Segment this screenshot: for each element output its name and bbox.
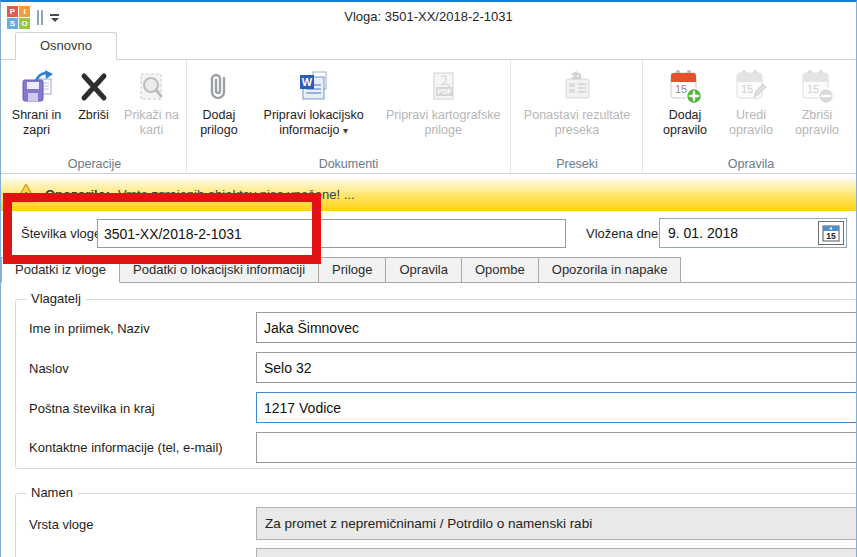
paperclip-icon	[203, 69, 235, 105]
reset-results-icon	[560, 69, 594, 105]
tab-opravila[interactable]: Opravila	[385, 257, 461, 283]
calendar-day: 15	[741, 83, 753, 95]
delete-button[interactable]: Zbriši	[69, 67, 119, 123]
group-label: Operacije	[3, 157, 186, 171]
delete-task-button: 15 Zbriši opravilo	[785, 67, 849, 138]
ribbon-group-opravila: 15 Dodaj opravilo 15	[644, 60, 857, 173]
button-label: Ponastavi rezultate preseka	[514, 108, 640, 138]
filed-date-label: Vložena dne	[586, 226, 658, 241]
show-on-map-button: Prikaži na karti	[121, 67, 183, 138]
annotation-rectangle	[3, 193, 321, 264]
group-label: Preseki	[512, 157, 642, 171]
ribbon-tab-osnovno[interactable]: Osnovno	[15, 32, 117, 60]
pdf-icon: PDF	[427, 69, 459, 105]
button-label: Dodaj prilogo	[187, 108, 251, 138]
postal-code-label: Poštna številka in kraj	[29, 401, 155, 416]
ribbon-group-operacije: Shrani in zapri Zbriši	[3, 60, 187, 173]
application-type-label: Vrsta vloge	[29, 517, 94, 532]
button-label: Shrani in zapri	[7, 108, 67, 138]
contact-info-input[interactable]	[256, 432, 857, 463]
purpose-legend: Namen	[26, 485, 78, 500]
button-label: Pripravi lokacijsko informacijo	[264, 108, 364, 137]
add-task-button[interactable]: 15 Dodaj opravilo	[653, 67, 717, 138]
word-document-icon: W	[297, 69, 331, 105]
postal-code-input[interactable]	[256, 392, 857, 423]
window-title: Vloga: 3501-XX/2018-2-1031	[1, 9, 856, 24]
second-readonly-field[interactable]	[256, 548, 857, 557]
button-label: Zbriši	[78, 108, 109, 123]
address-label: Naslov	[29, 361, 69, 376]
tab-priloge[interactable]: Priloge	[318, 257, 386, 283]
application-type-value[interactable]: Za promet z nepremičninami / Potrdilo o …	[256, 507, 857, 540]
calendar-add-icon: 15	[667, 69, 703, 105]
address-input[interactable]	[256, 352, 857, 383]
magnifier-map-icon	[136, 69, 168, 105]
button-label: Pripravi kartografske priloge	[376, 108, 510, 138]
name-label: Ime in priimek, Naziv	[29, 321, 150, 336]
word-letter: W	[301, 76, 312, 88]
filed-date-field: 15	[659, 218, 847, 248]
button-label: Uredi opravilo	[719, 108, 783, 138]
ribbon-group-preseki: Ponastavi rezultate preseka Preseki	[512, 60, 643, 173]
ribbon-group-dokumenti: Dodaj prilogo W Prip	[187, 60, 511, 173]
pdf-label: PDF	[438, 88, 453, 95]
filed-date-input[interactable]	[662, 221, 812, 245]
save-and-close-button[interactable]: Shrani in zapri	[7, 67, 67, 138]
reset-intersection-results-button: Ponastavi rezultate preseka	[514, 67, 640, 138]
applicant-legend: Vlagatelj	[26, 291, 86, 306]
group-label: Dokumenti	[187, 157, 510, 171]
calendar-remove-icon: 15	[799, 69, 835, 105]
calendar-edit-icon: 15	[733, 69, 769, 105]
date-picker-button[interactable]: 15	[818, 221, 844, 245]
prepare-location-info-button[interactable]: W Pripravi lokacijsko informacijo ▾	[253, 67, 375, 138]
calendar-day: 15	[675, 83, 687, 95]
application-window: P I S O Vloga: 3501-XX/2018-2-1031 Osnov…	[0, 0, 857, 557]
date-picker-day: 15	[826, 231, 836, 241]
tab-opozorila-in-napake[interactable]: Opozorila in napake	[538, 257, 682, 283]
date-picker-calendar-icon: 15	[822, 225, 840, 242]
edit-task-button: 15 Uredi opravilo	[719, 67, 783, 138]
dropdown-arrow-icon: ▾	[343, 125, 348, 136]
add-attachment-button[interactable]: Dodaj prilogo	[187, 67, 251, 138]
save-icon	[20, 69, 54, 105]
tab-opombe[interactable]: Opombe	[461, 257, 539, 283]
button-label: Prikaži na karti	[121, 108, 183, 138]
group-label: Opravila	[644, 157, 857, 171]
ribbon: Shrani in zapri Zbriši	[1, 59, 856, 174]
contact-info-label: Kontaktne informacije (tel, e-mail)	[29, 440, 223, 455]
button-label: Zbriši opravilo	[785, 108, 849, 138]
prepare-cartographic-attachments-button: PDF Pripravi kartografske priloge	[376, 67, 510, 138]
name-input[interactable]	[256, 312, 857, 343]
delete-x-icon	[78, 69, 110, 105]
button-label: Dodaj opravilo	[653, 108, 717, 138]
title-bar: P I S O Vloga: 3501-XX/2018-2-1031	[1, 2, 856, 32]
calendar-day: 15	[807, 83, 819, 95]
